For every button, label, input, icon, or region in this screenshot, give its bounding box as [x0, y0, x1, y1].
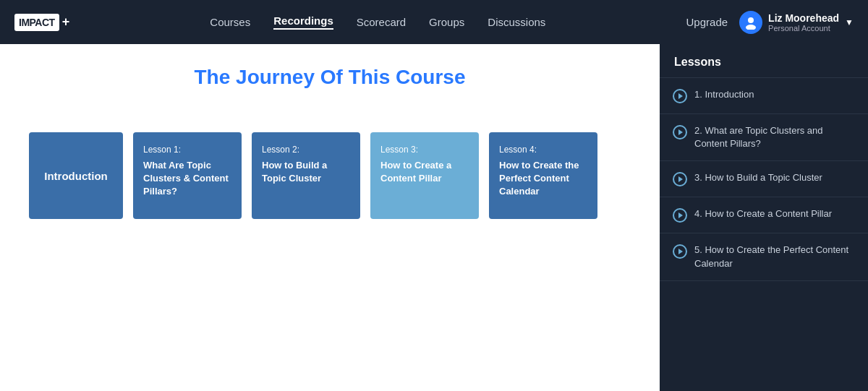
card-lesson3-title: How to Create a Content Pillar	[380, 159, 469, 185]
lessons-row: Introduction Lesson 1: What Are Topic Cl…	[29, 125, 631, 233]
lessons-sidebar: Lessons 1. Introduction 2. What are Topi…	[660, 44, 868, 391]
user-name: Liz Moorehead	[768, 12, 839, 24]
nav-recordings[interactable]: Recordings	[273, 14, 333, 30]
sidebar-lesson-2-text: 2. What are Topic Clusters and Content P…	[694, 124, 855, 150]
card-introduction[interactable]: Introduction	[29, 132, 123, 219]
card-lesson3[interactable]: Lesson 3: How to Create a Content Pillar	[370, 132, 479, 219]
logo[interactable]: IMPACT +	[14, 14, 69, 31]
card-lesson2[interactable]: Lesson 2: How to Build a Topic Cluster	[252, 132, 360, 219]
svg-point-0	[748, 17, 754, 23]
user-info: Liz Moorehead Personal Account	[768, 12, 839, 33]
sidebar-lesson-3-text: 3. How to Build a Topic Cluster	[694, 171, 822, 184]
sidebar-lesson-1[interactable]: 1. Introduction	[660, 78, 868, 114]
logo-box: IMPACT	[14, 14, 59, 31]
sidebar-lesson-5-text: 5. How to Create the Perfect Content Cal…	[694, 244, 855, 270]
header: IMPACT + Courses Recordings Scorecard Gr…	[0, 0, 868, 44]
user-avatar	[739, 11, 762, 34]
sidebar-header: Lessons	[660, 44, 868, 78]
main-content: The Journey Of This Course Introduction …	[0, 44, 660, 391]
user-account: Personal Account	[768, 24, 839, 33]
nav-scorecard[interactable]: Scorecard	[357, 16, 406, 28]
sidebar-lesson-4[interactable]: 4. How to Create a Content Pillar	[660, 197, 868, 233]
nav-discussions[interactable]: Discussions	[488, 16, 545, 28]
card-lesson1-number: Lesson 1:	[143, 144, 231, 156]
sidebar-lesson-5[interactable]: 5. How to Create the Perfect Content Cal…	[660, 233, 868, 280]
sidebar-lesson-4-text: 4. How to Create a Content Pillar	[694, 207, 832, 220]
sidebar-lesson-3[interactable]: 3. How to Build a Topic Cluster	[660, 161, 868, 197]
logo-plus: +	[62, 14, 70, 30]
card-lesson3-number: Lesson 3:	[380, 144, 469, 156]
main-nav: Courses Recordings Scorecard Groups Disc…	[210, 14, 545, 30]
course-title: The Journey Of This Course	[29, 66, 631, 89]
card-lesson4-title: How to Create the Perfect Content Calend…	[499, 159, 587, 199]
card-lesson1[interactable]: Lesson 1: What Are Topic Clusters & Cont…	[133, 132, 242, 219]
page-layout: The Journey Of This Course Introduction …	[0, 44, 868, 391]
upgrade-button[interactable]: Upgrade	[686, 16, 728, 28]
card-intro-label: Introduction	[44, 168, 107, 184]
sidebar-lesson-2[interactable]: 2. What are Topic Clusters and Content P…	[660, 114, 868, 161]
card-lesson4-number: Lesson 4:	[499, 144, 587, 156]
svg-point-1	[746, 25, 756, 30]
nav-courses[interactable]: Courses	[210, 16, 250, 28]
sidebar-lesson-1-text: 1. Introduction	[694, 88, 754, 101]
card-lesson2-title: How to Build a Topic Cluster	[262, 159, 350, 185]
header-right: Upgrade Liz Moorehead Personal Account ▼	[686, 11, 854, 34]
play-icon-2	[673, 125, 687, 139]
card-lesson2-number: Lesson 2:	[262, 144, 350, 156]
card-lesson4[interactable]: Lesson 4: How to Create the Perfect Cont…	[489, 132, 597, 219]
play-icon-3	[673, 172, 687, 186]
nav-groups[interactable]: Groups	[429, 16, 464, 28]
play-icon-1	[673, 89, 687, 103]
play-icon-5	[673, 244, 687, 259]
play-icon-4	[673, 208, 687, 223]
chevron-down-icon: ▼	[845, 17, 854, 27]
user-menu[interactable]: Liz Moorehead Personal Account ▼	[739, 11, 854, 34]
card-lesson1-title: What Are Topic Clusters & Content Pillar…	[143, 159, 231, 199]
